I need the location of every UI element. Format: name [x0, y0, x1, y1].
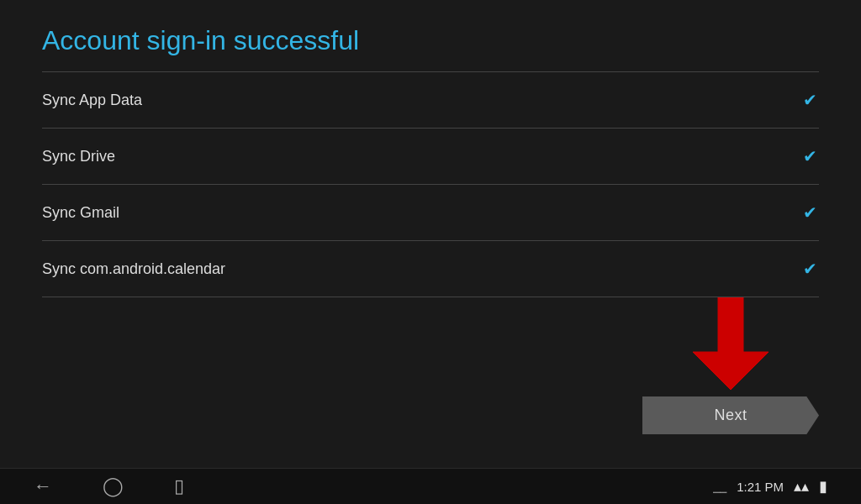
back-icon[interactable]: ← [34, 475, 52, 497]
main-content: Account sign-in successful Sync App Data… [0, 0, 861, 468]
home-icon[interactable]: ◯ [103, 475, 124, 497]
arrow-next-wrapper: Next [642, 297, 819, 434]
sync-item-label: Sync com.android.calendar [42, 260, 225, 278]
sync-item-sync-drive[interactable]: Sync Drive ✔ [42, 129, 819, 185]
wifi-icon: ▴▴ [794, 477, 809, 496]
checkbox-icon[interactable]: ✔ [800, 147, 819, 165]
time-display: 1:21 PM [737, 480, 784, 494]
checkbox-icon[interactable]: ✔ [800, 203, 819, 222]
checkbox-icon[interactable]: ✔ [800, 260, 819, 278]
status-line: ⎯⎯ [713, 480, 726, 493]
page-title: Account sign-in successful [42, 25, 819, 56]
down-arrow-icon [693, 297, 769, 390]
recents-icon[interactable]: ▯ [174, 475, 184, 497]
sync-item-label: Sync Gmail [42, 204, 119, 222]
sync-list: Sync App Data ✔ Sync Drive ✔ Sync Gmail … [42, 72, 819, 297]
sync-item-sync-app-data[interactable]: Sync App Data ✔ [42, 72, 819, 129]
sync-item-label: Sync Drive [42, 148, 115, 165]
checkbox-icon[interactable]: ✔ [800, 91, 819, 109]
svg-marker-0 [693, 297, 769, 390]
sync-item-sync-calendar[interactable]: Sync com.android.calendar ✔ [42, 241, 819, 297]
nav-left: ← ◯ ▯ [34, 475, 184, 497]
nav-right: ⎯⎯ 1:21 PM ▴▴ ▮ [713, 477, 827, 496]
next-button[interactable]: Next [642, 396, 819, 434]
nav-bar: ← ◯ ▯ ⎯⎯ 1:21 PM ▴▴ ▮ [0, 468, 861, 504]
bottom-section: Next [42, 297, 819, 451]
sync-item-sync-gmail[interactable]: Sync Gmail ✔ [42, 185, 819, 241]
battery-icon: ▮ [819, 477, 827, 496]
sync-item-label: Sync App Data [42, 92, 142, 109]
